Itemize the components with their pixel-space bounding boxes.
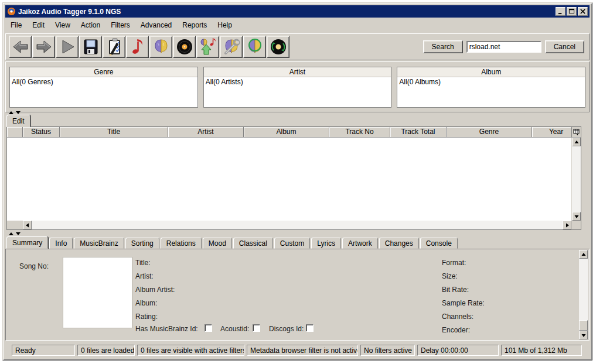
column-album[interactable]: Album	[244, 127, 329, 138]
toolbar: Search Cancel	[5, 33, 590, 60]
autocorrect-button[interactable]	[196, 36, 219, 58]
cancel-button[interactable]: Cancel	[545, 40, 584, 53]
menu-advanced[interactable]: Advanced	[135, 19, 177, 31]
open-discogs-button[interactable]	[173, 36, 196, 58]
menu-file[interactable]: File	[5, 19, 27, 31]
scroll-down-button[interactable]	[572, 212, 581, 221]
album-filter-panel: Album All(0 Albums)	[397, 67, 585, 108]
summary-vertical-scrollbar[interactable]	[579, 250, 588, 339]
genre-filter-list[interactable]: All(0 Genres)	[10, 77, 197, 107]
play-button[interactable]	[56, 36, 79, 58]
column-chooser-icon	[573, 129, 580, 136]
menu-help[interactable]: Help	[212, 19, 237, 31]
autoedit-button[interactable]	[126, 36, 149, 58]
save-button[interactable]	[79, 36, 102, 58]
table-body[interactable]	[7, 138, 571, 221]
tab-changes[interactable]: Changes	[379, 238, 419, 249]
column-track-total[interactable]: Track Total	[390, 127, 447, 138]
acoustid-checkbox[interactable]	[253, 324, 260, 332]
menu-reports[interactable]: Reports	[177, 19, 212, 31]
minimize-button[interactable]	[556, 7, 565, 16]
menu-view[interactable]: View	[50, 19, 76, 31]
tab-lyrics[interactable]: Lyrics	[311, 238, 341, 249]
tab-classical[interactable]: Classical	[233, 238, 273, 249]
match-songs-button[interactable]	[243, 36, 266, 58]
maximize-button[interactable]	[567, 7, 577, 16]
tab-musicbrainz[interactable]: MusicBrainz	[74, 238, 124, 249]
scroll-left-button[interactable]	[23, 221, 32, 229]
summary-scroll-thumb[interactable]	[579, 320, 588, 331]
tab-custom[interactable]: Custom	[274, 238, 310, 249]
column-genre[interactable]: Genre	[447, 127, 532, 138]
vinyl-match-ring-icon	[269, 37, 288, 56]
collapse-up-icon[interactable]	[9, 111, 13, 114]
summary-scroll-up-button[interactable]	[579, 250, 588, 259]
sample-rate-label: Sample Rate:	[442, 299, 485, 307]
column-chooser-button[interactable]	[571, 127, 581, 138]
scroll-up-button[interactable]	[572, 138, 581, 146]
album-column-header[interactable]: Album	[397, 67, 585, 77]
column-row-header[interactable]	[7, 127, 23, 138]
arrow-down-icon	[574, 214, 579, 219]
tab-summary[interactable]: Summary	[6, 236, 48, 249]
status-files-visible: 0 files are visible with active filters	[137, 345, 244, 356]
app-window: Jaikoz Audio Tagger 9.1.0 NGS File Edit …	[2, 2, 592, 360]
close-button[interactable]	[578, 7, 588, 16]
search-button[interactable]: Search	[423, 40, 463, 53]
album-filter-list[interactable]: All(0 Albums)	[397, 77, 585, 107]
summary-scroll-down-button[interactable]	[579, 331, 588, 339]
artist-filter-list[interactable]: All(0 Artists)	[204, 77, 391, 107]
tab-artwork[interactable]: Artwork	[342, 238, 378, 249]
discogs-id-checkbox[interactable]	[306, 324, 314, 332]
tab-mood[interactable]: Mood	[203, 238, 232, 249]
brain-wrench-icon	[222, 37, 241, 56]
column-track-no[interactable]: Track No	[329, 127, 390, 138]
detail-tab-row: Summary Info MusicBrainz Sorting Relatio…	[6, 236, 459, 249]
title-bar[interactable]: Jaikoz Audio Tagger 9.1.0 NGS	[5, 5, 590, 18]
menu-action[interactable]: Action	[76, 19, 105, 31]
song-no-label: Song No:	[19, 262, 49, 270]
status-bar: Ready 0 files are loaded 0 files are vis…	[5, 345, 590, 356]
collapse-down-icon-2[interactable]	[16, 232, 21, 235]
tab-sorting[interactable]: Sorting	[125, 238, 159, 249]
channels-label: Channels:	[442, 313, 473, 321]
maximize-icon	[568, 8, 575, 15]
musicbrainz-id-checkbox[interactable]	[205, 324, 212, 332]
back-button[interactable]	[9, 36, 32, 58]
splitter-top[interactable]	[5, 110, 590, 115]
column-title[interactable]: Title	[60, 127, 168, 138]
size-label: Size:	[442, 272, 458, 280]
album-label: Album:	[135, 299, 157, 307]
tab-edit[interactable]: Edit	[6, 115, 30, 127]
discogs-id-label: Discogs Id:	[269, 325, 304, 333]
table-horizontal-scrollbar[interactable]	[7, 221, 571, 229]
menu-filters[interactable]: Filters	[105, 19, 135, 31]
match-release-button[interactable]	[267, 36, 289, 58]
genre-column-header[interactable]: Genre	[10, 67, 197, 77]
status-ready: Ready	[12, 345, 75, 356]
tab-relations[interactable]: Relations	[161, 238, 202, 249]
menu-edit[interactable]: Edit	[27, 19, 50, 31]
forward-button[interactable]	[32, 36, 55, 58]
tab-info[interactable]: Info	[49, 238, 73, 249]
table-vertical-scrollbar[interactable]	[571, 138, 581, 221]
collapse-up-icon-2[interactable]	[9, 232, 13, 235]
collapse-down-icon[interactable]	[16, 111, 21, 114]
artist-column-header[interactable]: Artist	[204, 67, 391, 77]
edit-checklist-icon	[105, 37, 124, 56]
format-label: Format:	[442, 259, 466, 267]
window-title: Jaikoz Audio Tagger 9.1.0 NGS	[18, 8, 554, 16]
manual-correct-button[interactable]	[149, 36, 172, 58]
scroll-right-button[interactable]	[563, 221, 571, 229]
rating-label: Rating:	[135, 313, 158, 321]
column-status[interactable]: Status	[23, 127, 60, 138]
search-input[interactable]	[466, 41, 541, 53]
autocorrect-arrow-note-icon	[199, 37, 217, 56]
column-artist[interactable]: Artist	[168, 127, 244, 138]
edit-tags-button[interactable]	[103, 36, 125, 58]
summary-panel: Song No: Title: Artist: Album Artist: Al…	[5, 249, 590, 341]
fix-metadata-button[interactable]	[220, 36, 243, 58]
splitter-bottom[interactable]	[5, 231, 590, 236]
tab-console[interactable]: Console	[420, 238, 458, 249]
minimize-icon	[557, 8, 564, 15]
